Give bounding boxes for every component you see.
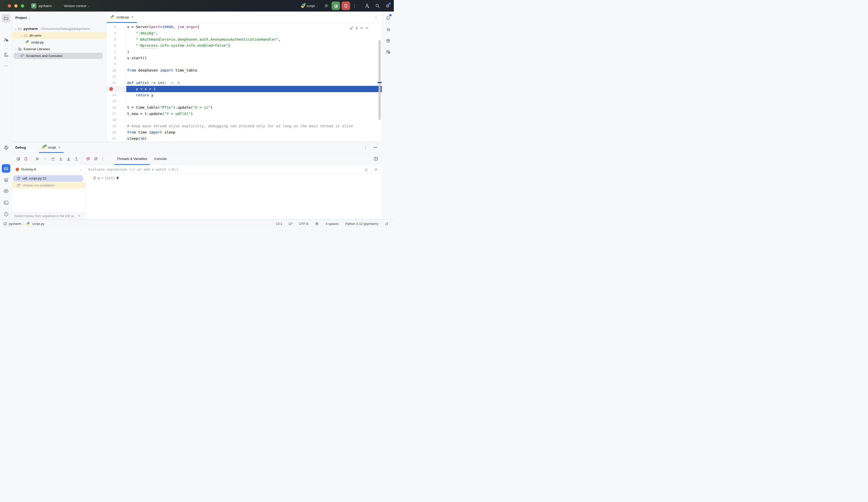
code-line-13[interactable]: y = x + 1 (107, 86, 382, 92)
prev-problem-icon[interactable] (360, 27, 363, 30)
problems-tool-icon[interactable] (2, 210, 10, 218)
pull-requests-icon[interactable]: ? (2, 35, 10, 44)
tree-row-scratches[interactable]: Scratches and Consoles (12, 52, 106, 59)
stop-button[interactable] (342, 1, 350, 10)
breakpoint-dot[interactable] (109, 87, 113, 91)
vcs-menu[interactable]: Version control ⌄ (64, 4, 90, 8)
caret-position[interactable]: 13:1 (276, 222, 282, 226)
debug-options-icon[interactable]: ⋮ (364, 145, 368, 150)
frame-row-selected[interactable]: udf, script.py:13 (12, 175, 85, 182)
code-line-12[interactable]: 12def udf(x) -> int: x: 0 (107, 80, 382, 86)
code-line-6[interactable]: 6 "-Dprocess.info.system-info.enabled=fa… (107, 42, 382, 49)
line-number[interactable]: 3 (107, 24, 126, 30)
inspections-widget[interactable]: 2 (349, 25, 369, 30)
chevron-down-icon[interactable]: ⌄ (14, 27, 17, 30)
close-tab-icon[interactable]: ✕ (58, 146, 61, 149)
line-number[interactable]: 5 (107, 36, 126, 42)
hide-panel-icon[interactable] (373, 147, 377, 148)
rerun-debug-icon[interactable] (14, 155, 22, 163)
close-tab-icon[interactable]: ✕ (131, 15, 134, 19)
add-watch-icon[interactable] (364, 167, 369, 172)
project-badge[interactable]: P (31, 3, 37, 9)
code-line-19[interactable]: 19# keep main thread alive explicitly, d… (107, 123, 382, 129)
minimize-window-button[interactable] (14, 4, 18, 8)
ai-status-icon[interactable] (315, 222, 319, 226)
code-line-5[interactable]: 5 "-DAuthHandlers=io.deephaven.auth.Anon… (107, 36, 382, 42)
code-line-10[interactable]: 10from deephaven import time_table (107, 67, 382, 74)
line-number[interactable] (107, 86, 126, 92)
code-line-4[interactable]: 4 "-Xmx16g", (107, 30, 382, 36)
line-number[interactable]: 10 (107, 67, 126, 74)
tree-row-dh-venv[interactable]: › dh-venv (12, 32, 106, 39)
terminal-tool-icon[interactable] (2, 198, 10, 207)
code-line-3[interactable]: 3s = Server(port=10000, jvm_args=[ (107, 24, 382, 30)
settings-gear-icon[interactable] (385, 3, 390, 9)
zoom-window-button[interactable] (21, 4, 24, 8)
line-separator[interactable]: LF (289, 222, 292, 226)
tab-threads-variables[interactable]: Threads & Variables (113, 153, 151, 165)
debug-tool-button[interactable] (2, 164, 10, 173)
pause-icon[interactable] (42, 155, 49, 163)
chevron-right-icon[interactable]: › (14, 48, 17, 51)
stop-debug-icon[interactable] (22, 155, 29, 163)
editor-tab-script-py[interactable]: script.py ✕ (107, 12, 137, 23)
code-line-11[interactable]: 11 (107, 74, 382, 80)
close-hint-icon[interactable]: ✕ (78, 215, 80, 218)
ai-assistant-icon[interactable] (384, 25, 392, 34)
project-panel-header[interactable]: Project ⌄ (12, 12, 106, 22)
python-interpreter[interactable]: Python 3.12 (pycharm) (345, 222, 378, 226)
mute-breakpoints-icon[interactable] (92, 155, 99, 163)
code-area[interactable]: 3s = Server(port=10000, jvm_args=[4 "-Xm… (107, 23, 382, 142)
close-window-button[interactable] (8, 4, 11, 8)
tree-row-script-py[interactable]: script.py (12, 39, 106, 46)
tree-row-project-root[interactable]: ⌄ pycharm ~/Documents/Debug/pip/pycharm (12, 25, 106, 32)
line-number[interactable]: 17 (107, 111, 126, 117)
code-with-me-icon[interactable] (384, 48, 392, 56)
line-number[interactable]: 9 (107, 61, 126, 67)
more-tool-windows-icon[interactable]: ⋯ (2, 62, 10, 70)
breadcrumb-file[interactable]: script.py (32, 222, 44, 226)
code-line-21[interactable]: 21sleep(30) (107, 135, 382, 142)
line-number[interactable]: 11 (107, 74, 126, 80)
line-number[interactable]: 12 (107, 80, 126, 86)
error-stripe-mark[interactable] (378, 82, 382, 83)
view-breakpoints-icon[interactable] (84, 155, 91, 163)
line-number[interactable]: 14 (107, 92, 126, 98)
tree-row-external-libraries[interactable]: › External Libraries (12, 46, 106, 52)
line-number[interactable]: 18 (107, 117, 126, 123)
code-line-16[interactable]: 16t = time_table("PT1s").update("X = ii"… (107, 104, 382, 111)
run-tool-icon[interactable] (2, 187, 10, 195)
frame-row-unavailable[interactable]: <frame not available> (12, 182, 85, 189)
tab-options-icon[interactable]: ⋮ (374, 15, 378, 20)
code-line-18[interactable]: 18 (107, 117, 382, 123)
chevron-down-icon[interactable] (374, 168, 378, 171)
line-number[interactable]: 20 (107, 129, 126, 136)
resume-program-icon[interactable] (324, 3, 329, 8)
tab-console[interactable]: Console (151, 153, 170, 165)
step-into-icon[interactable] (57, 155, 64, 163)
more-actions-icon[interactable]: ⋮ (352, 3, 356, 9)
code-line-9[interactable]: 9 (107, 61, 382, 67)
variable-row-x[interactable]: 1001 x = {int} 0 (93, 176, 382, 180)
layout-settings-icon[interactable] (373, 156, 378, 161)
line-number[interactable]: 15 (107, 98, 126, 104)
rerun-debug-button[interactable] (331, 1, 340, 10)
assistant-face-icon[interactable] (384, 36, 392, 45)
line-number[interactable]: 4 (107, 30, 126, 36)
step-over-icon[interactable] (50, 155, 56, 163)
code-line-20[interactable]: 20from time import sleep (107, 129, 382, 136)
evaluate-expression-field[interactable]: Evaluate expression (⏎) or add a watch (… (85, 165, 382, 174)
breadcrumb-project[interactable]: pycharm (9, 222, 21, 226)
indent-config[interactable]: 4 spaces (326, 222, 339, 226)
code-line-14[interactable]: 14 return y (107, 92, 382, 98)
code-line-7[interactable]: 7) (107, 49, 382, 55)
structure-tool-icon[interactable] (2, 51, 10, 59)
notifications-bell-icon[interactable] (384, 13, 392, 22)
search-icon[interactable] (375, 3, 380, 8)
project-menu[interactable]: pycharm ⌄ (39, 4, 55, 8)
debug-session-tab[interactable]: script ✕ (39, 142, 63, 153)
code-line-17[interactable]: 17t_new = t.update("Y = udf(X)") (107, 111, 382, 117)
chevron-right-icon[interactable]: › (20, 34, 23, 37)
line-number[interactable]: 16 (107, 104, 126, 111)
force-step-into-icon[interactable] (65, 155, 72, 163)
